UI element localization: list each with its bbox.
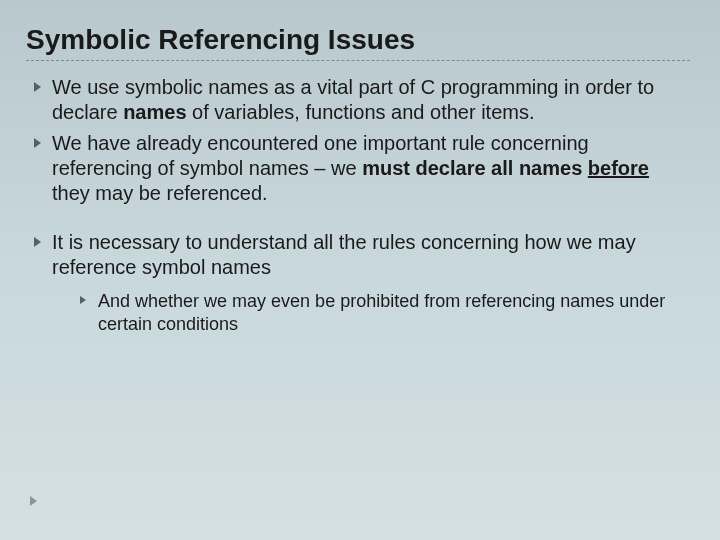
slide-title: Symbolic Referencing Issues xyxy=(26,24,690,56)
sub-bullet-item: And whether we may even be prohibited fr… xyxy=(78,290,690,336)
sub-bullet-text: And whether we may even be prohibited fr… xyxy=(98,291,665,334)
title-divider xyxy=(26,60,690,61)
footer-bullet-icon xyxy=(30,496,37,506)
spacer xyxy=(26,212,690,230)
sub-bullet-list: And whether we may even be prohibited fr… xyxy=(52,290,690,336)
bullet-text-bold: must declare all names xyxy=(362,157,582,179)
main-bullet-list: It is necessary to understand all the ru… xyxy=(26,230,690,336)
bullet-text-bold-underline: before xyxy=(588,157,649,179)
bullet-text: they may be referenced. xyxy=(52,182,268,204)
bullet-text: of variables, functions and other items. xyxy=(187,101,535,123)
bullet-item: We have already encountered one importan… xyxy=(30,131,690,206)
bullet-text: It is necessary to understand all the ru… xyxy=(52,231,636,278)
bullet-item: It is necessary to understand all the ru… xyxy=(30,230,690,336)
bullet-item: We use symbolic names as a vital part of… xyxy=(30,75,690,125)
bullet-text-bold: names xyxy=(123,101,186,123)
main-bullet-list: We use symbolic names as a vital part of… xyxy=(26,75,690,206)
